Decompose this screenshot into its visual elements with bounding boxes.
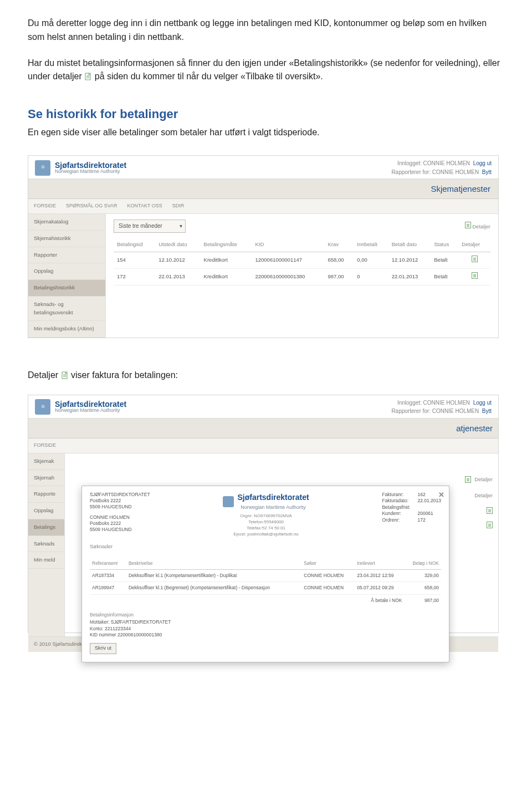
org-subtitle: Norwegian Maritime Authority [55, 408, 126, 414]
org-name: Sjøfartsdirektoratet [237, 493, 309, 502]
cell: Betalt [431, 269, 458, 285]
sidebar-item[interactable]: Oppslag [28, 503, 64, 519]
org-subtitle: Norwegian Maritime Authority [237, 504, 309, 512]
total-label: Å betale i NOK [90, 594, 405, 606]
th-innbetalt: Innbetalt [354, 237, 388, 252]
sidebar-item[interactable]: Min meld [28, 552, 64, 569]
cell: 987,00 [325, 269, 354, 285]
sidebar-item[interactable]: Betalings [28, 519, 64, 536]
logged-label: Innlogget: [397, 160, 422, 166]
invoice-addresses: SJØFARTSDIREKTORATET Postboks 2222 5509 … [90, 492, 150, 537]
section-heading: Se historikk for betalinger [28, 105, 504, 124]
th-krav: Krav [325, 237, 354, 252]
intro-p1: Du må deretter logge deg inn i din nettb… [28, 17, 504, 44]
pay-k: Konto: [90, 626, 104, 631]
from-name: SJØFARTSDIREKTORATET [90, 492, 150, 498]
screenshot-invoice: ♔ Sjøfartsdirektoratet Norwegian Maritim… [28, 395, 499, 633]
cell: Dekksoffiser kl.1 (Kompetansesertifikate… [126, 570, 301, 582]
sidebar-item[interactable]: Skjemah [28, 470, 64, 487]
sidebar-oppslag[interactable]: Oppslag [28, 263, 105, 280]
k: Betalingsfrist: [382, 504, 415, 511]
cell: 12.10.2012 [388, 252, 431, 269]
logged-label: Innlogget: [397, 400, 422, 406]
cell: 05.07.2012 09:29 [355, 582, 404, 594]
cell: 154 [114, 252, 155, 269]
document-icon [61, 371, 69, 379]
cell: 658,00 [325, 252, 354, 269]
nav-sdir[interactable]: SDIR [172, 202, 185, 210]
sidebar-skjemahistorikk[interactable]: Skjemahistorikk [28, 231, 105, 247]
sidebar-item[interactable]: Rapporte [28, 486, 64, 503]
logged-name: CONNIE HOLMEN [423, 400, 470, 406]
detaljer-a: Detaljer [28, 370, 61, 380]
app-header: ♔ Sjøfartsdirektoratet Norwegian Maritim… [28, 156, 498, 178]
brand-bar: Skjematjenester [28, 178, 498, 199]
th-kid: KID [252, 237, 324, 252]
th: Beskrivelse [126, 558, 301, 570]
th-mate: Betalingsmåte [201, 237, 252, 252]
payment-table: Betalingsid Utstedt dato Betalingsmåte K… [114, 237, 490, 285]
user-info: Innlogget: CONNIE HOLMEN Logg ut Rapport… [391, 159, 492, 176]
logo-crown-icon [223, 496, 234, 507]
bytt-link[interactable]: Bytt [482, 408, 492, 414]
cell: AR187334 [90, 570, 126, 582]
invoice-total-row: Å betale i NOK 987,00 [90, 594, 441, 606]
bytt-link[interactable]: Bytt [482, 169, 492, 175]
pay-k: KID nummer [90, 632, 116, 637]
table-row: 154 12.10.2012 Kredittkort 1200061000001… [114, 252, 490, 269]
v: 172 [417, 517, 425, 523]
v: 200061 [417, 511, 433, 517]
v: 22.01.2013 [417, 498, 441, 504]
side-menu: Skjemakatalog Skjemahistorikk Rapporter … [28, 214, 106, 338]
pay-v: SJØFARTSDIREKTORATET [111, 619, 171, 625]
report-label: Rapporterer for: [391, 408, 431, 414]
document-icon[interactable] [487, 507, 493, 514]
nav-faq[interactable]: SPØRSMÅL OG SVAR [66, 202, 117, 210]
side-menu: Skjemak Skjemah Rapporte Oppslag Betalin… [28, 453, 65, 636]
pay-v: 22000610000001380 [117, 632, 162, 637]
period-select[interactable]: Siste tre måneder [114, 220, 186, 233]
intro-p3: En egen side viser alle betalinger som b… [28, 126, 504, 140]
th: Beløp i NOK [405, 558, 441, 570]
sidebar-rapporter[interactable]: Rapporter [28, 247, 105, 264]
total-value: 987,00 [405, 594, 441, 606]
screenshot-history: ♔ Sjøfartsdirektoratet Norwegian Maritim… [28, 155, 499, 338]
th-detaljer: Detaljer [458, 237, 490, 252]
cell: Dekksoffiser kl.1 (Begrenset) (Kompetans… [126, 582, 301, 594]
cell: 22.01.2013 [155, 269, 200, 285]
logo: ♔ Sjøfartsdirektoratet Norwegian Maritim… [35, 399, 126, 416]
report-name: CONNIE HOLMEN [432, 408, 479, 414]
sidebar-meldingsboks[interactable]: Min meldingsboks (Altinn) [28, 321, 105, 338]
k: Fakturadato: [382, 498, 415, 504]
cell: 12.10.2012 [155, 252, 200, 269]
th-betalt-dato: Betalt dato [388, 237, 431, 252]
k: Ordrenr: [382, 517, 415, 523]
th: Innlevert [355, 558, 404, 570]
top-nav: FORSIDE [28, 438, 498, 453]
document-icon[interactable] [487, 522, 493, 528]
intro-p2b: på siden du kommer til når du velger «Ti… [95, 72, 323, 81]
sidebar-item[interactable]: Skjemak [28, 453, 64, 470]
cell: 658,00 [405, 582, 441, 594]
sidebar-skjemakatalog[interactable]: Skjemakatalog [28, 214, 105, 231]
sidebar-betalingshistorikk[interactable]: Betalingshistorikk [28, 280, 105, 297]
logout-link[interactable]: Logg ut [473, 400, 492, 406]
table-row: AR187334 Dekksoffiser kl.1 (Kompetansese… [90, 570, 441, 582]
cell: CONNIE HOLMEN [301, 570, 355, 582]
invoice-logo-block: Sjøfartsdirektoratet Norwegian Maritime … [161, 492, 371, 537]
nav-forside[interactable]: FORSIDE [34, 442, 56, 450]
contact-line: Telefax:52 74 50 01 [161, 525, 371, 531]
th-betalingsid: Betalingsid [114, 237, 155, 252]
logout-link[interactable]: Logg ut [473, 160, 492, 166]
sidebar-soknads-oversikt[interactable]: Søknads- og betalingsoversikt [28, 297, 105, 321]
from-line2: 5509 HAUGESUND [90, 504, 150, 510]
details-icon[interactable] [472, 256, 478, 262]
sidebar-item[interactable]: Søknads [28, 536, 64, 553]
print-button[interactable]: Skriv ut [90, 643, 116, 654]
close-icon[interactable]: ✕ [438, 489, 444, 501]
pay-v: 2211223344 [105, 626, 131, 631]
nav-kontakt[interactable]: KONTAKT OSS [127, 202, 162, 210]
cell: CONNIE HOLMEN [301, 582, 355, 594]
nav-forside[interactable]: FORSIDE [34, 202, 56, 210]
details-icon[interactable] [472, 272, 478, 279]
